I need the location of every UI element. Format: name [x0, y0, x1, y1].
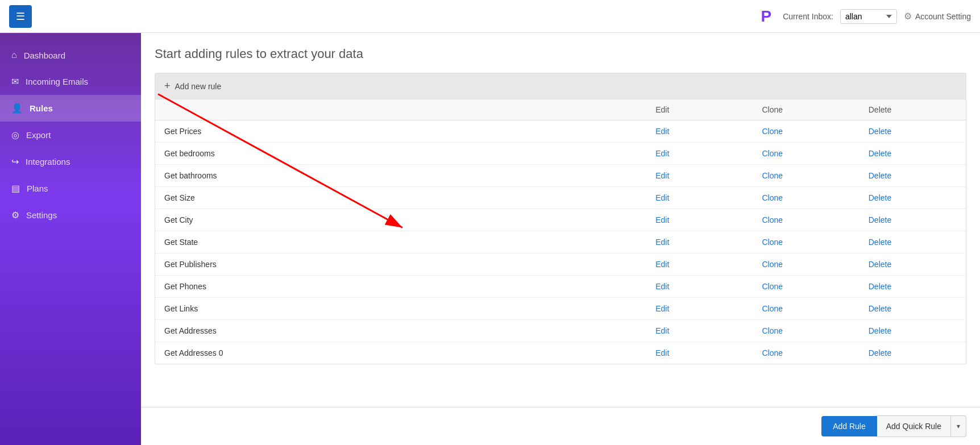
clone-link[interactable]: Clone	[762, 304, 783, 313]
clone-link[interactable]: Clone	[762, 282, 783, 291]
edit-link[interactable]: Edit	[655, 238, 669, 247]
delete-cell: Delete	[859, 209, 966, 231]
rule-name: Get City	[155, 209, 646, 231]
delete-link[interactable]: Delete	[869, 193, 891, 202]
delete-cell: Delete	[859, 231, 966, 253]
clone-link[interactable]: Clone	[762, 127, 783, 136]
edit-cell: Edit	[646, 320, 753, 342]
sidebar-item-integrations[interactable]: ↪ Integrations	[0, 148, 141, 175]
table-row: Get bathrooms Edit Clone Delete	[155, 165, 966, 187]
clone-cell: Clone	[753, 276, 859, 298]
edit-link[interactable]: Edit	[655, 260, 669, 269]
table-row: Get Addresses 0 Edit Clone Delete	[155, 342, 966, 364]
menu-button[interactable]: ☰	[9, 5, 32, 28]
sidebar-item-plans[interactable]: ▤ Plans	[0, 175, 141, 202]
edit-link[interactable]: Edit	[655, 348, 669, 357]
delete-link[interactable]: Delete	[869, 326, 891, 335]
edit-link[interactable]: Edit	[655, 326, 669, 335]
rules-container: + Add new rule Edit Clone Delete Get Pri…	[155, 73, 966, 364]
delete-link[interactable]: Delete	[869, 215, 891, 224]
clone-link[interactable]: Clone	[762, 193, 783, 202]
delete-link[interactable]: Delete	[869, 348, 891, 357]
edit-link[interactable]: Edit	[655, 193, 669, 202]
account-setting-label: Account Setting	[915, 12, 971, 21]
clone-cell: Clone	[753, 298, 859, 320]
col-header-name	[155, 99, 646, 120]
sidebar-item-rules[interactable]: 👤 Rules	[0, 95, 141, 122]
sidebar-item-export[interactable]: ◎ Export	[0, 122, 141, 148]
clone-link[interactable]: Clone	[762, 171, 783, 180]
sidebar-label-settings: Settings	[26, 210, 57, 220]
col-header-clone: Clone	[753, 99, 859, 120]
sidebar-item-incoming-emails[interactable]: ✉ Incoming Emails	[0, 68, 141, 95]
app-logo: P	[761, 7, 772, 26]
sidebar-label-dashboard: Dashboard	[24, 51, 65, 60]
delete-cell: Delete	[859, 342, 966, 364]
add-quick-rule-button[interactable]: Add Quick Rule	[877, 415, 951, 437]
clone-cell: Clone	[753, 120, 859, 143]
sidebar-item-settings[interactable]: ⚙ Settings	[0, 202, 141, 228]
bottom-action-bar: Add Rule Add Quick Rule ▾	[141, 407, 980, 445]
delete-link[interactable]: Delete	[869, 127, 891, 136]
delete-link[interactable]: Delete	[869, 304, 891, 313]
delete-link[interactable]: Delete	[869, 238, 891, 247]
delete-link[interactable]: Delete	[869, 282, 891, 291]
edit-link[interactable]: Edit	[655, 304, 669, 313]
account-setting-button[interactable]: ⚙ Account Setting	[904, 11, 971, 22]
rule-name: Get bathrooms	[155, 165, 646, 187]
page-title: Start adding rules to extract your data	[155, 47, 966, 61]
edit-cell: Edit	[646, 120, 753, 143]
clone-cell: Clone	[753, 320, 859, 342]
edit-link[interactable]: Edit	[655, 215, 669, 224]
add-new-rule-bar[interactable]: + Add new rule	[155, 73, 966, 99]
sidebar-item-dashboard[interactable]: ⌂ Dashboard	[0, 42, 141, 68]
current-inbox-label: Current Inbox:	[783, 12, 833, 21]
edit-link[interactable]: Edit	[655, 282, 669, 291]
clone-link[interactable]: Clone	[762, 215, 783, 224]
hamburger-icon: ☰	[16, 10, 25, 23]
export-icon: ◎	[11, 130, 19, 140]
edit-link[interactable]: Edit	[655, 127, 669, 136]
delete-cell: Delete	[859, 253, 966, 276]
delete-cell: Delete	[859, 276, 966, 298]
inbox-select[interactable]: allan	[840, 9, 897, 24]
clone-link[interactable]: Clone	[762, 260, 783, 269]
plans-icon: ▤	[11, 183, 20, 194]
chevron-down-icon: ▾	[957, 422, 960, 430]
rules-icon: 👤	[11, 103, 23, 114]
integrations-icon: ↪	[11, 156, 19, 167]
sidebar-label-plans: Plans	[27, 184, 48, 193]
edit-cell: Edit	[646, 209, 753, 231]
edit-cell: Edit	[646, 342, 753, 364]
edit-link[interactable]: Edit	[655, 149, 669, 158]
add-quick-rule-wrapper: Add Quick Rule ▾	[877, 415, 966, 437]
add-rule-button[interactable]: Add Rule	[821, 416, 877, 436]
sidebar-label-integrations: Integrations	[26, 157, 70, 167]
clone-link[interactable]: Clone	[762, 238, 783, 247]
delete-link[interactable]: Delete	[869, 260, 891, 269]
clone-cell: Clone	[753, 143, 859, 165]
edit-link[interactable]: Edit	[655, 171, 669, 180]
table-row: Get City Edit Clone Delete	[155, 209, 966, 231]
clone-link[interactable]: Clone	[762, 326, 783, 335]
main-content: Start adding rules to extract your data …	[141, 33, 980, 445]
gear-icon: ⚙	[904, 11, 912, 22]
clone-cell: Clone	[753, 253, 859, 276]
clone-cell: Clone	[753, 231, 859, 253]
table-row: Get Phones Edit Clone Delete	[155, 276, 966, 298]
table-row: Get Publishers Edit Clone Delete	[155, 253, 966, 276]
clone-cell: Clone	[753, 187, 859, 209]
rule-name: Get Phones	[155, 276, 646, 298]
delete-cell: Delete	[859, 143, 966, 165]
delete-link[interactable]: Delete	[869, 149, 891, 158]
delete-cell: Delete	[859, 298, 966, 320]
home-icon: ⌂	[11, 50, 17, 60]
table-body: Get Prices Edit Clone Delete Get bedroom…	[155, 120, 966, 364]
clone-cell: Clone	[753, 342, 859, 364]
clone-link[interactable]: Clone	[762, 149, 783, 158]
add-quick-rule-dropdown-button[interactable]: ▾	[951, 415, 966, 437]
edit-cell: Edit	[646, 165, 753, 187]
delete-link[interactable]: Delete	[869, 171, 891, 180]
clone-link[interactable]: Clone	[762, 348, 783, 357]
email-icon: ✉	[11, 76, 19, 87]
